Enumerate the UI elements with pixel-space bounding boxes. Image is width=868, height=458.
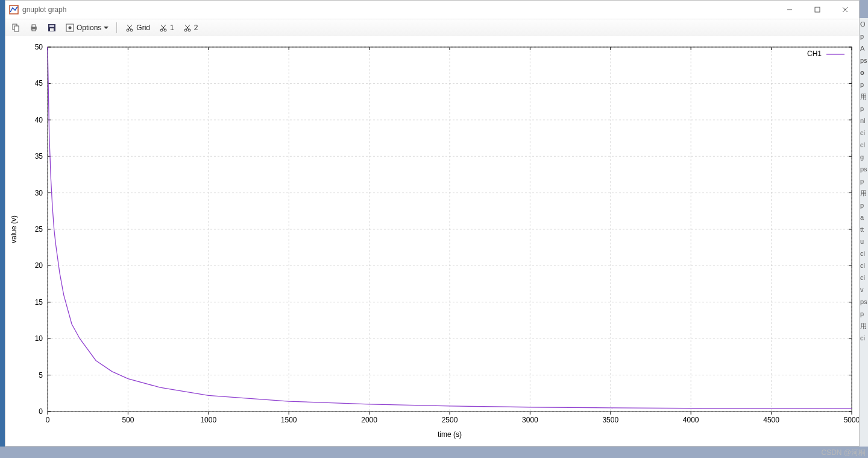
- svg-rect-12: [50, 28, 54, 31]
- ruler1-label: 1: [170, 24, 174, 32]
- svg-text:45: 45: [35, 79, 43, 87]
- svg-text:500: 500: [122, 416, 134, 424]
- svg-text:5: 5: [39, 371, 43, 380]
- toolbar: Options Grid 1 2: [5, 19, 859, 37]
- svg-text:30: 30: [35, 189, 43, 197]
- save-icon: [47, 23, 57, 33]
- options-button[interactable]: Options: [62, 21, 112, 35]
- print-button[interactable]: [26, 21, 42, 35]
- svg-text:10: 10: [35, 334, 43, 343]
- window-title: gnuplot graph: [22, 5, 66, 14]
- chevron-down-icon: [104, 27, 108, 29]
- svg-text:4500: 4500: [763, 416, 779, 424]
- copy-button[interactable]: [8, 21, 24, 35]
- background-strip: [0, 0, 5, 447]
- svg-text:50: 50: [35, 43, 43, 51]
- svg-text:value (v): value (v): [10, 215, 18, 243]
- ruler-1-button[interactable]: 1: [156, 21, 177, 35]
- toolbar-separator: [116, 22, 117, 33]
- svg-text:time (s): time (s): [438, 430, 462, 439]
- app-icon: [9, 5, 19, 14]
- obscured-sidebar: OpApso p用pnlcicl gpsp用pa ttuciciciv psp用…: [860, 18, 868, 447]
- save-button[interactable]: [44, 21, 60, 35]
- svg-rect-6: [14, 26, 19, 31]
- grid-button[interactable]: Grid: [122, 21, 153, 35]
- svg-rect-2: [815, 7, 820, 12]
- svg-text:35: 35: [35, 152, 43, 161]
- close-button[interactable]: [831, 1, 859, 19]
- watermark: CSDN @河桐: [821, 448, 866, 458]
- plot-pane[interactable]: 0500100015002000250030003500400045005000…: [5, 36, 859, 446]
- chart: 0500100015002000250030003500400045005000…: [5, 36, 859, 447]
- scissors-icon: [125, 23, 134, 33]
- svg-point-14: [69, 27, 72, 30]
- svg-text:2500: 2500: [442, 416, 458, 424]
- svg-line-17: [128, 25, 132, 30]
- svg-text:25: 25: [35, 225, 43, 234]
- grid-label: Grid: [136, 24, 150, 32]
- print-icon: [29, 23, 39, 33]
- svg-text:40: 40: [35, 116, 43, 124]
- svg-line-21: [162, 25, 166, 30]
- ruler2-label: 2: [194, 24, 198, 32]
- svg-text:3500: 3500: [602, 416, 618, 424]
- svg-text:0: 0: [46, 416, 50, 424]
- minimize-button[interactable]: [776, 1, 804, 19]
- svg-line-18: [127, 25, 131, 30]
- svg-line-26: [185, 25, 189, 30]
- svg-text:1500: 1500: [281, 416, 297, 424]
- svg-text:3000: 3000: [522, 416, 538, 424]
- svg-text:CH1: CH1: [807, 49, 822, 58]
- svg-text:20: 20: [35, 261, 43, 270]
- svg-text:5000: 5000: [844, 416, 859, 424]
- svg-text:4000: 4000: [683, 416, 699, 424]
- scissors-icon: [183, 23, 192, 33]
- svg-text:2000: 2000: [361, 416, 377, 424]
- svg-rect-8: [32, 25, 36, 27]
- ruler-2-button[interactable]: 2: [180, 21, 201, 35]
- svg-rect-9: [32, 29, 36, 31]
- svg-text:0: 0: [39, 407, 43, 416]
- svg-text:15: 15: [35, 298, 43, 307]
- title-bar[interactable]: gnuplot graph: [5, 1, 859, 19]
- svg-rect-11: [49, 25, 54, 27]
- svg-line-22: [161, 25, 165, 30]
- options-icon: [65, 23, 75, 33]
- svg-text:1000: 1000: [200, 416, 216, 424]
- scissors-icon: [159, 23, 168, 33]
- options-label: Options: [77, 24, 101, 32]
- gnuplot-window: gnuplot graph: [5, 0, 860, 447]
- copy-icon: [11, 23, 20, 33]
- maximize-button[interactable]: [804, 1, 831, 19]
- svg-line-25: [186, 25, 190, 30]
